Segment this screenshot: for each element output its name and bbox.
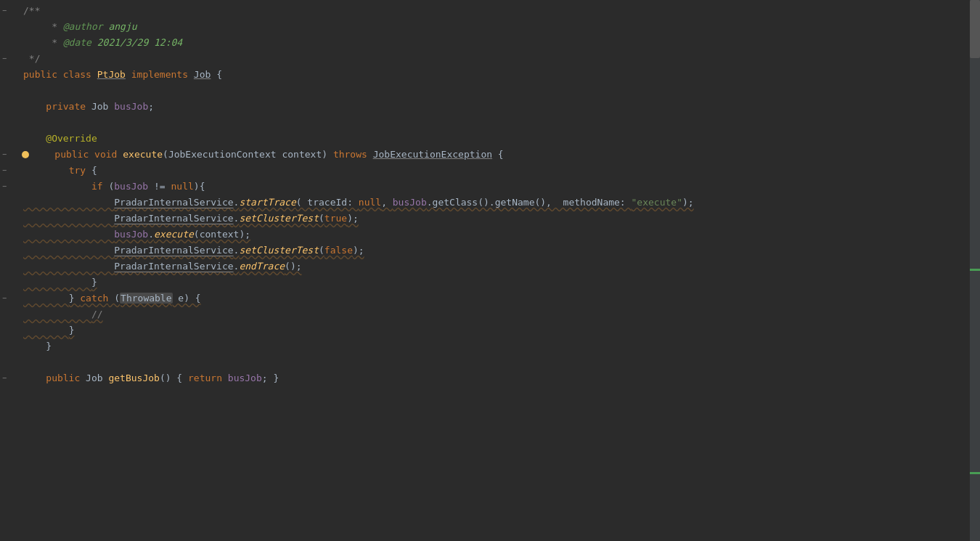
token-method-call: execute bbox=[154, 229, 194, 240]
token-kw: throws bbox=[333, 149, 367, 160]
token-plain: } bbox=[69, 325, 75, 335]
code-line: @Override bbox=[0, 131, 970, 147]
token-comment-val: angju bbox=[103, 21, 137, 32]
line-gutter bbox=[0, 131, 22, 147]
token-comment: // bbox=[91, 309, 103, 320]
token-cls: PradarInternalService bbox=[114, 245, 233, 256]
fold-icon[interactable]: − bbox=[0, 166, 9, 175]
token-type: Job bbox=[91, 101, 108, 112]
token-plain: , bbox=[381, 197, 393, 208]
code-scroll-area[interactable]: −/** * @author angju * @date 2021/3/29 1… bbox=[0, 0, 970, 541]
token-field: busJob bbox=[114, 229, 148, 240]
line-text: } bbox=[22, 322, 970, 338]
token-plain bbox=[80, 373, 86, 383]
fold-icon[interactable]: − bbox=[0, 150, 9, 159]
token-plain: ); bbox=[353, 245, 364, 256]
token-plain: ( traceId: bbox=[296, 197, 359, 208]
line-text: PradarInternalService.startTrace( traceI… bbox=[22, 195, 970, 211]
token-field: busJob bbox=[228, 373, 262, 383]
token-plain: ; bbox=[148, 101, 154, 112]
fold-icon[interactable]: − bbox=[0, 294, 9, 303]
line-text: */ bbox=[22, 51, 970, 67]
token-plain: ( bbox=[103, 181, 115, 192]
token-plain bbox=[188, 69, 194, 80]
code-line: − if (busJob != null){ bbox=[0, 179, 970, 195]
code-line bbox=[0, 354, 970, 370]
fold-icon[interactable]: − bbox=[0, 374, 9, 383]
token-method-call: setClusterTest bbox=[239, 245, 319, 256]
token-plain bbox=[57, 69, 63, 80]
token-cls: JobExecutionException bbox=[373, 149, 492, 160]
token-plain: ); bbox=[682, 197, 694, 208]
token-plain: (); bbox=[285, 261, 301, 272]
token-plain: } bbox=[69, 293, 81, 304]
token-plain: ( bbox=[319, 213, 324, 224]
token-method-call: setClusterTest bbox=[239, 213, 319, 224]
code-line bbox=[0, 115, 970, 131]
line-text: } bbox=[22, 274, 970, 290]
code-line: private Job busJob; bbox=[0, 99, 970, 115]
line-gutter bbox=[0, 19, 22, 35]
line-text: busJob.execute(context); bbox=[22, 227, 970, 243]
token-kw: catch bbox=[80, 293, 108, 304]
code-line: PradarInternalService.setClusterTest(tru… bbox=[0, 211, 970, 227]
token-selected-word: Throwable bbox=[120, 293, 172, 304]
line-text: // bbox=[22, 306, 970, 322]
code-line: * @author angju bbox=[0, 19, 970, 35]
line-gutter bbox=[0, 243, 22, 259]
fold-icon[interactable]: − bbox=[0, 54, 9, 63]
line-text: public class PtJob implements Job { bbox=[22, 67, 970, 83]
token-plain: ); bbox=[347, 213, 359, 224]
scrollbar-panel[interactable] bbox=[970, 0, 980, 541]
token-plain bbox=[222, 373, 228, 383]
token-plain: ; } bbox=[262, 373, 279, 383]
line-gutter: − bbox=[0, 294, 22, 303]
token-plain: ){ bbox=[194, 181, 205, 192]
line-gutter bbox=[0, 227, 22, 243]
token-annotation: @Override bbox=[46, 133, 97, 144]
token-plain: { bbox=[492, 149, 504, 160]
token-plain bbox=[367, 149, 373, 160]
token-true-kw: true bbox=[324, 213, 347, 224]
line-gutter bbox=[0, 338, 22, 354]
token-comment-val: 2021/3/29 12:04 bbox=[91, 37, 182, 48]
line-text: * @date 2021/3/29 12:04 bbox=[22, 35, 970, 51]
token-type: Job bbox=[86, 373, 102, 383]
token-plain: } bbox=[91, 277, 97, 288]
token-kw: void bbox=[94, 149, 117, 160]
token-plain: e) { bbox=[173, 293, 201, 304]
line-text: public Job getBusJob() { return busJob; … bbox=[22, 370, 970, 386]
token-method: getBusJob bbox=[108, 373, 159, 383]
line-text: if (busJob != null){ bbox=[22, 179, 970, 195]
line-gutter bbox=[0, 322, 22, 338]
token-plain: } bbox=[46, 341, 52, 351]
token-plain: (context); bbox=[194, 229, 250, 240]
line-gutter bbox=[0, 115, 22, 131]
fold-icon[interactable]: − bbox=[0, 182, 9, 191]
line-text: PradarInternalService.endTrace(); bbox=[22, 259, 970, 274]
line-text: PradarInternalService.setClusterTest(fal… bbox=[22, 243, 970, 259]
token-method: execute bbox=[123, 149, 163, 160]
line-gutter bbox=[0, 83, 22, 99]
line-text: * @author angju bbox=[22, 19, 970, 35]
code-line: } bbox=[0, 322, 970, 338]
token-type: JobExecutionContext bbox=[168, 149, 277, 160]
fold-icon[interactable]: − bbox=[0, 7, 9, 15]
code-pre: −/** * @author angju * @date 2021/3/29 1… bbox=[0, 0, 970, 389]
breakpoint-icon[interactable] bbox=[22, 151, 29, 158]
line-gutter: − bbox=[0, 166, 22, 175]
token-kw: if bbox=[91, 181, 103, 192]
code-line: − try { bbox=[0, 163, 970, 179]
scrollbar-thumb[interactable] bbox=[970, 0, 980, 58]
line-gutter bbox=[0, 35, 22, 51]
line-gutter: − bbox=[0, 374, 22, 383]
token-comment: */ bbox=[23, 53, 40, 64]
token-method-call: startTrace bbox=[239, 197, 295, 208]
line-gutter bbox=[0, 99, 22, 115]
token-comment: /** bbox=[23, 5, 40, 16]
token-field: busJob bbox=[114, 101, 148, 112]
token-plain bbox=[89, 149, 94, 160]
token-method-call: endTrace bbox=[239, 261, 285, 272]
line-gutter bbox=[0, 195, 22, 211]
code-line: PradarInternalService.endTrace(); bbox=[0, 259, 970, 274]
